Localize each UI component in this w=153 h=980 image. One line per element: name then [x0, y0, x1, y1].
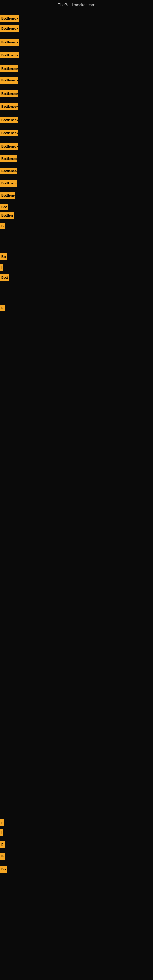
bar-row: Bottleneck resu [0, 65, 18, 72]
bar-row: Bott [0, 274, 9, 281]
bar-row: Bo [0, 253, 7, 260]
bar-label: Bottleneck resu [0, 103, 18, 110]
bar-row: Bottlene [0, 192, 15, 199]
bar-label: | [0, 264, 3, 271]
bar-label: Bottleneck resu [0, 130, 18, 136]
bar-row: Bottleneck resu [0, 90, 18, 97]
bar-row: Bottleneck resu [0, 103, 18, 110]
bar-label: E [0, 841, 5, 848]
bar-row: Bottleneck re [0, 155, 17, 162]
bar-label: Bottleneck re [0, 155, 17, 162]
bar-label: Bo [0, 866, 7, 872]
bar-row: Bo [0, 866, 7, 872]
bar-label: Bottleneck result [0, 39, 19, 46]
bar-label: Bottlen [0, 212, 14, 219]
bar-row: | [0, 829, 3, 836]
bar-row: | [0, 264, 3, 271]
bar-label: Bottleneck re [0, 180, 17, 186]
bar-row: Bottleneck result [0, 52, 19, 59]
bar-label: B [0, 853, 5, 860]
bar-row: Bottleneck re [0, 167, 17, 174]
bar-label: Bottleneck resu [0, 90, 18, 97]
bar-row: Bot [0, 204, 8, 210]
bar-row: E [0, 841, 5, 848]
bar-row: Bottleneck re [0, 180, 17, 186]
bar-label: B [0, 223, 5, 229]
bar-label: E [0, 305, 5, 312]
bar-row: Bottleneck resu [0, 77, 18, 84]
site-header: TheBottlenecker.com [0, 0, 153, 8]
bar-row: B [0, 223, 5, 229]
bar-label: Bottleneck resu [0, 77, 18, 84]
bar-label: Bottleneck resu [0, 117, 18, 123]
bar-label: Bott [0, 274, 9, 281]
bar-row: Bottleneck resu [0, 130, 18, 136]
bar-row: Bottleneck result [0, 25, 19, 32]
bar-row: Bottlen [0, 212, 14, 219]
bar-label: Bottleneck result [0, 25, 19, 32]
bar-row: Bottleneck resu [0, 117, 18, 123]
site-title: TheBottlenecker.com [58, 2, 95, 7]
bar-label: Bottleneck res [0, 143, 18, 150]
bar-row: r [0, 819, 4, 826]
bar-label: Bo [0, 253, 7, 260]
bar-label: Bottleneck resu [0, 65, 18, 72]
bar-label: Bottleneck re [0, 167, 17, 174]
bar-row: B [0, 853, 5, 860]
bar-label: | [0, 829, 3, 836]
bar-label: Bottleneck result [0, 52, 19, 59]
bar-row: E [0, 305, 5, 312]
bar-row: Bottleneck result [0, 39, 19, 46]
bar-label: Bottlene [0, 192, 15, 199]
bar-label: Bottleneck result [0, 15, 19, 22]
bar-label: Bot [0, 204, 8, 210]
bar-row: Bottleneck res [0, 143, 18, 150]
bar-label: r [0, 819, 4, 826]
bar-row: Bottleneck result [0, 15, 19, 22]
